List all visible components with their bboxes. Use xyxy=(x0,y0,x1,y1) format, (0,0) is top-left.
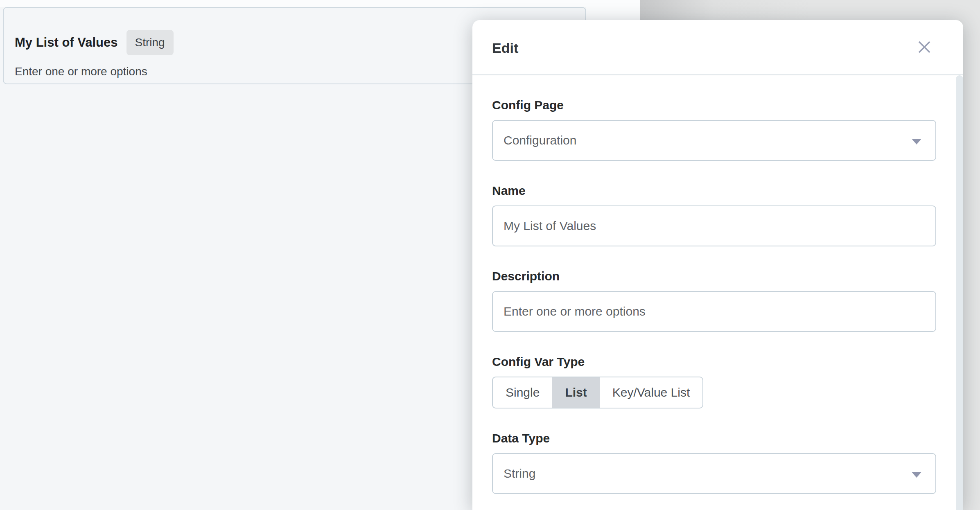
config-page-label: Config Page xyxy=(492,99,963,111)
config-page-value: Configuration xyxy=(504,133,576,147)
chevron-down-icon xyxy=(912,139,921,144)
data-type-value: String xyxy=(504,467,535,481)
segment-list[interactable]: List xyxy=(552,377,599,408)
field-config-var-type: Config Var Type Single List Key/Value Li… xyxy=(492,356,963,408)
chevron-down-icon xyxy=(912,472,921,478)
card-title: My List of Values xyxy=(15,36,118,50)
config-var-type-label: Config Var Type xyxy=(492,356,963,368)
config-page-select[interactable]: Configuration xyxy=(492,120,936,161)
field-name: Name xyxy=(492,185,963,246)
data-type-label: Data Type xyxy=(492,432,963,445)
segment-key-value-list[interactable]: Key/Value List xyxy=(600,377,703,408)
data-type-select[interactable]: String xyxy=(492,453,936,494)
description-input[interactable] xyxy=(492,291,936,332)
description-label: Description xyxy=(492,270,963,282)
name-label: Name xyxy=(492,185,963,197)
page-top-strip xyxy=(0,0,640,7)
name-input[interactable] xyxy=(492,205,936,246)
app-background: My List of Values String Enter one or mo… xyxy=(0,0,980,510)
modal-header: Edit xyxy=(472,20,963,74)
field-data-type: Data Type String xyxy=(492,432,963,494)
edit-modal: Edit Config Page Configuration Name xyxy=(472,20,963,510)
segment-single[interactable]: Single xyxy=(493,377,552,408)
modal-title: Edit xyxy=(492,41,518,55)
page-gutter xyxy=(586,0,640,20)
close-button[interactable] xyxy=(915,37,934,57)
data-type-badge: String xyxy=(126,30,174,55)
field-config-page: Config Page Configuration xyxy=(492,99,963,161)
config-var-type-segmented: Single List Key/Value List xyxy=(492,377,703,408)
close-icon xyxy=(917,40,931,54)
modal-body: Config Page Configuration Name Descripti… xyxy=(472,75,963,510)
field-description: Description xyxy=(492,270,963,332)
modal-scrollbar[interactable] xyxy=(956,75,963,510)
